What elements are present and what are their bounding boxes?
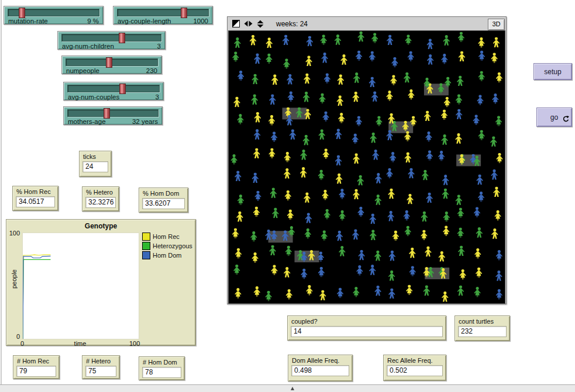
slider-handle[interactable]	[181, 8, 187, 18]
legend-swatch-heterozygous	[142, 242, 150, 250]
go-button-label: go	[550, 113, 558, 122]
person-sprite	[321, 53, 328, 63]
slider-mothers-age[interactable]: mothers-age 32 years	[63, 106, 163, 125]
legend-label: Hom Rec	[153, 233, 180, 240]
slider-track[interactable]	[61, 34, 161, 41]
person-sprite	[478, 130, 485, 141]
monitor-label: % Hetero	[86, 189, 116, 196]
slider-numpeople[interactable]: numpeople 230	[61, 55, 162, 74]
person-sprite	[283, 35, 289, 46]
monitor-label: # Hetero	[86, 358, 116, 365]
slider-track[interactable]	[8, 9, 99, 16]
person-sprite	[235, 288, 241, 299]
person-sprite	[353, 72, 360, 83]
person-sprite	[265, 291, 271, 301]
horizontal-pan-icon[interactable]	[244, 20, 253, 27]
person-sprite	[495, 270, 502, 281]
setup-button[interactable]: setup	[533, 63, 572, 80]
person-sprite	[234, 37, 240, 48]
slider-value: 1000	[193, 18, 208, 25]
person-sprite	[490, 136, 497, 147]
slider-handle[interactable]	[106, 57, 112, 68]
slider-handle[interactable]	[119, 84, 126, 94]
couple-highlight	[295, 251, 319, 262]
person-sprite	[321, 34, 327, 45]
view-3d-button[interactable]: 3D	[488, 19, 505, 30]
plot-canvas	[23, 233, 139, 339]
person-sprite	[339, 246, 345, 256]
person-sprite	[405, 226, 411, 237]
person-sprite	[305, 228, 311, 239]
person-sprite	[439, 251, 445, 262]
slider-avg-num-children[interactable]: avg-num-children 3	[57, 31, 166, 50]
person-sprite	[236, 211, 243, 222]
person-sprite	[492, 93, 498, 104]
monitor-label: % Hom Dom	[143, 190, 185, 197]
person-sprite	[336, 95, 343, 106]
person-sprite	[491, 169, 497, 180]
person-sprite	[335, 155, 342, 166]
monitor-value: 33.6207	[142, 198, 185, 209]
slider-track[interactable]	[66, 58, 158, 66]
person-sprite	[285, 246, 292, 256]
window-left-edge	[0, 0, 2, 392]
slider-avg-num-couples[interactable]: avg-num-couples 3	[63, 82, 164, 100]
person-sprite	[438, 151, 445, 161]
person-sprite	[456, 109, 462, 119]
person-sprite	[323, 148, 329, 159]
person-sprite	[283, 58, 290, 69]
slider-track[interactable]	[117, 9, 209, 16]
person-sprite	[338, 113, 345, 123]
person-sprite	[441, 54, 447, 64]
slider-handle[interactable]	[104, 108, 110, 119]
person-sprite	[370, 214, 376, 224]
setup-button-label: setup	[544, 68, 561, 76]
person-sprite	[387, 211, 394, 221]
person-sprite	[386, 168, 392, 179]
person-sprite	[304, 74, 310, 84]
slider-avg-couple-length[interactable]: avg-couple-length 1000	[113, 6, 213, 25]
person-sprite	[405, 152, 411, 163]
view-resize-icon[interactable]	[232, 20, 240, 27]
x-axis-label: time	[22, 340, 138, 347]
go-button[interactable]: go	[536, 107, 572, 127]
legend-swatch-hom-rec	[142, 233, 150, 241]
person-sprite	[337, 288, 343, 299]
vertical-pan-icon[interactable]	[257, 20, 264, 28]
turtle-layer	[229, 31, 505, 303]
monitor-num-hom-rec: # Hom Rec 79	[13, 355, 60, 379]
slider-value: 230	[146, 67, 157, 74]
slider-track[interactable]	[67, 109, 159, 117]
slider-mutation-rate[interactable]: mutation-rate 9 %	[4, 6, 104, 25]
monitor-pct-hom-dom: % Hom Dom 33.6207	[139, 188, 188, 213]
genotype-plot: Genotype 100 0 people 0 time 100 Hom Rec…	[6, 219, 196, 346]
person-sprite	[427, 54, 433, 65]
person-sprite	[457, 285, 464, 296]
slider-handle[interactable]	[119, 33, 125, 43]
person-sprite	[338, 74, 344, 85]
person-sprite	[269, 94, 276, 105]
person-sprite	[404, 72, 410, 83]
monitor-value: 78	[142, 367, 181, 378]
person-sprite	[493, 186, 500, 197]
person-sprite	[389, 251, 395, 261]
person-sprite	[478, 51, 485, 61]
slider-handle[interactable]	[19, 8, 25, 18]
y-axis-tick-max: 100	[7, 230, 20, 237]
legend-item-heterozygous: Heterozygous	[142, 242, 192, 250]
monitor-num-hetero: # Hetero 75	[82, 355, 120, 379]
person-sprite	[473, 115, 479, 125]
person-sprite	[357, 175, 363, 186]
person-sprite	[353, 189, 359, 200]
person-sprite	[476, 227, 483, 238]
person-sprite	[496, 289, 502, 300]
slider-track[interactable]	[67, 85, 160, 92]
couple-highlight	[283, 107, 307, 119]
forever-icon	[563, 116, 569, 124]
person-sprite	[388, 289, 395, 299]
monitor-value: 32.3276	[85, 197, 116, 208]
person-sprite	[352, 229, 359, 240]
person-sprite	[322, 112, 329, 122]
world-canvas[interactable]	[228, 30, 505, 304]
tick-counter: weeks: 24	[276, 20, 308, 28]
